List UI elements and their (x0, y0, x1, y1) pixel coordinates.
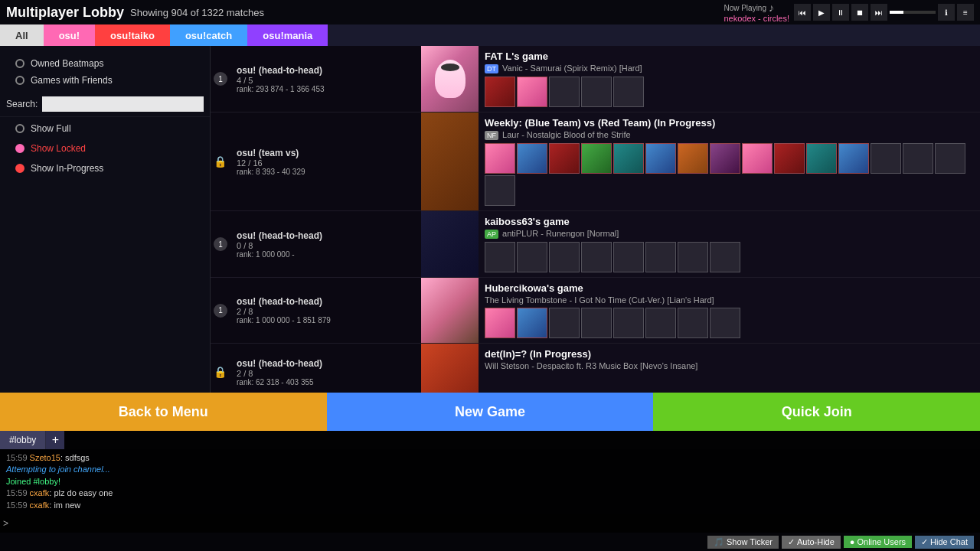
auto-hide-button[interactable]: ✓ Auto-Hide (782, 536, 841, 549)
next-button[interactable]: ⏭ (871, 4, 887, 21)
search-section: Search: (0, 92, 210, 117)
game-title-4: Hubercikowa's game (485, 282, 974, 294)
player-controls: ⏮ ▶ ⏸ ⏹ ⏭ ℹ ≡ (794, 4, 974, 21)
show-in-progress-radio[interactable] (15, 164, 24, 173)
game-item-4[interactable]: 1 osu! (head-to-head) 2 / 8 rank: 1 000 … (211, 278, 980, 344)
game-title-5: det(In)=? (In Progress) (485, 348, 974, 360)
game-info-1: FAT L's game DT Vanic - Samurai (Spirix … (479, 46, 980, 112)
game-slots-5: 2 / 8 (220, 369, 412, 378)
tab-osu[interactable]: osu! (44, 24, 95, 46)
game-item-5[interactable]: 🔒 osu! (head-to-head) 2 / 8 rank: 62 318… (211, 344, 980, 393)
info-button[interactable]: ℹ (938, 4, 955, 21)
stop-button[interactable]: ⏹ (851, 4, 868, 21)
game-song-2: NF Laur - Nostalgic Blood of the Strife (485, 130, 974, 140)
game-type-5: osu! (head-to-head) (220, 358, 412, 369)
filter-show-full[interactable]: Show Full (6, 120, 204, 137)
show-ticker-button[interactable]: 🎵 Show Ticker (707, 536, 779, 549)
filter-show-locked[interactable]: Show Locked (6, 140, 204, 157)
player-slot (485, 77, 515, 107)
show-locked-radio[interactable] (15, 144, 24, 153)
tab-taiko[interactable]: osu!taiko (95, 24, 170, 46)
quick-join-button[interactable]: Quick Join (653, 393, 980, 431)
search-input[interactable] (42, 96, 204, 112)
menu-button[interactable]: ≡ (957, 4, 974, 21)
game-item-1[interactable]: 1 osu! (head-to-head) 4 / 5 rank: 293 87… (211, 46, 980, 112)
player-slot (581, 242, 612, 272)
player-slot (549, 242, 580, 272)
chat-input[interactable] (11, 518, 977, 529)
player-slot (581, 308, 612, 338)
game-meta-2: 🔒 osu! (team vs) 12 / 16 rank: 8 393 - 4… (211, 112, 421, 210)
player-slots-3 (485, 242, 974, 272)
player-slot (774, 143, 805, 174)
chat-tab-add[interactable]: + (46, 431, 64, 449)
search-label: Search: (6, 99, 38, 109)
prev-button[interactable]: ⏮ (794, 4, 811, 21)
player-slot (742, 143, 773, 174)
back-to-menu-button[interactable]: Back to Menu (0, 393, 327, 431)
hide-chat-button[interactable]: ✓ Hide Chat (915, 536, 974, 549)
player-slot (549, 308, 580, 338)
game-slots-3: 0 / 8 (220, 241, 412, 250)
player-slot (871, 143, 901, 174)
filter-friends[interactable]: Games with Friends (6, 72, 204, 89)
bottom-buttons: Back to Menu New Game Quick Join (0, 393, 980, 431)
game-item-2[interactable]: 🔒 osu! (team vs) 12 / 16 rank: 8 393 - 4… (211, 112, 980, 211)
tab-mania[interactable]: osu!mania (247, 24, 328, 46)
game-info-3: kaiboss63's game AP antiPLUR - Runengon … (479, 211, 980, 277)
show-in-progress-label: Show In-Progress (31, 163, 103, 174)
game-title-3: kaiboss63's game (485, 216, 974, 227)
mod-nf: NF (485, 131, 498, 140)
game-song-1: DT Vanic - Samurai (Spirix Remix) [Hard] (485, 64, 974, 73)
tab-all[interactable]: All (0, 24, 44, 46)
player-slot (485, 143, 515, 174)
username: Szeto15 (30, 453, 60, 462)
friends-radio[interactable] (15, 76, 24, 85)
player-slot (678, 143, 708, 174)
online-label: Online Users (858, 537, 906, 546)
filter-show-in-progress[interactable]: Show In-Progress (6, 160, 204, 177)
tab-catch[interactable]: osu!catch (170, 24, 247, 46)
game-item-3[interactable]: 1 osu! (head-to-head) 0 / 8 rank: 1 000 … (211, 211, 980, 278)
chat-msg-2: 15:59 cxafk: plz do easy one (6, 487, 974, 499)
pause-button[interactable]: ⏸ (832, 4, 849, 21)
new-game-button[interactable]: New Game (327, 393, 654, 431)
filter-owned[interactable]: Owned Beatmaps (6, 55, 204, 72)
player-slot (485, 242, 515, 272)
chat-container: #lobby + 15:59 Szeto15: sdfsgs Attemptin… (0, 431, 980, 533)
game-thumb-3 (421, 211, 479, 277)
game-thumb-4 (421, 278, 479, 343)
owned-radio[interactable] (15, 59, 24, 68)
game-number-3: 1 (214, 237, 227, 251)
game-song-3: AP antiPLUR - Runengon [Normal] (485, 229, 974, 239)
owned-label: Owned Beatmaps (31, 58, 103, 69)
chat-msg-1: 15:59 Szeto15: sdfsgs (6, 452, 974, 464)
show-locked-label: Show Locked (31, 143, 86, 154)
chat-tab-lobby[interactable]: #lobby (0, 431, 46, 449)
play-button[interactable]: ▶ (813, 4, 830, 21)
game-thumb-2 (421, 112, 479, 210)
username: cxafk (30, 488, 50, 497)
lock-icon-2: 🔒 (214, 155, 227, 168)
player-slot (710, 143, 740, 174)
player-slot (903, 143, 933, 174)
show-full-radio[interactable] (15, 124, 24, 133)
player-slot (613, 143, 644, 174)
hide-chat-label: Hide Chat (930, 537, 968, 546)
game-title-1: FAT L's game (485, 51, 974, 62)
player-slots-1 (485, 77, 974, 107)
chat-messages: 15:59 Szeto15: sdfsgs Attempting to join… (0, 449, 980, 514)
player-slot (517, 77, 547, 107)
game-title-2: Weekly: (Blue Team) vs (Red Team) (In Pr… (485, 117, 974, 129)
player-slot (517, 308, 547, 338)
filter-section: Owned Beatmaps Games with Friends (0, 52, 210, 92)
game-meta-3: 1 osu! (head-to-head) 0 / 8 rank: 1 000 … (211, 211, 421, 277)
game-list: 1 osu! (head-to-head) 4 / 5 rank: 293 87… (211, 46, 980, 393)
player-slot (935, 143, 965, 174)
online-users-button[interactable]: ● Online Users (844, 536, 912, 548)
player-slot (710, 242, 740, 272)
now-playing-song: nekodex - circles! (724, 14, 789, 23)
player-slot (549, 77, 580, 107)
game-slots-4: 2 / 8 (220, 307, 412, 316)
player-slot (485, 175, 515, 206)
